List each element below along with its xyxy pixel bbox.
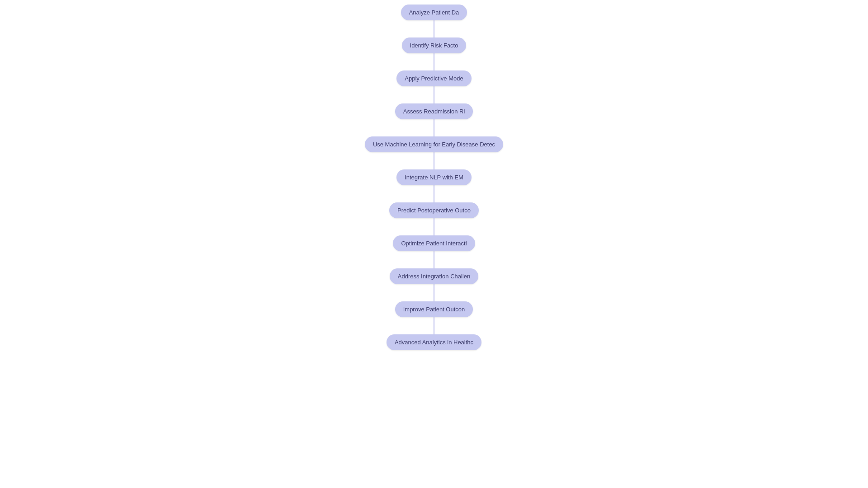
connector-3 — [434, 86, 434, 103]
node-3[interactable]: Apply Predictive Mode — [396, 70, 471, 86]
node-1[interactable]: Analyze Patient Da — [401, 5, 467, 20]
node-8[interactable]: Optimize Patient Interacti — [393, 235, 475, 251]
connector-1 — [434, 20, 434, 38]
node-2[interactable]: Identify Risk Facto — [402, 38, 467, 53]
node-10[interactable]: Improve Patient Outcon — [395, 301, 473, 317]
node-5[interactable]: Use Machine Learning for Early Disease D… — [365, 136, 503, 152]
connector-8 — [434, 251, 434, 268]
node-11[interactable]: Advanced Analytics in Healthc — [387, 334, 481, 350]
flowchart-container: Analyze Patient DaIdentify Risk FactoApp… — [0, 0, 868, 350]
node-6[interactable]: Integrate NLP with EM — [396, 169, 472, 185]
connector-5 — [434, 152, 434, 169]
connector-4 — [434, 119, 434, 136]
connector-10 — [434, 317, 434, 334]
connector-7 — [434, 218, 434, 235]
connector-2 — [434, 53, 434, 70]
node-4[interactable]: Assess Readmission Ri — [395, 103, 473, 119]
connector-9 — [434, 284, 434, 301]
node-9[interactable]: Address Integration Challen — [390, 268, 478, 284]
connector-6 — [434, 185, 434, 202]
node-7[interactable]: Predict Postoperative Outco — [389, 202, 479, 218]
